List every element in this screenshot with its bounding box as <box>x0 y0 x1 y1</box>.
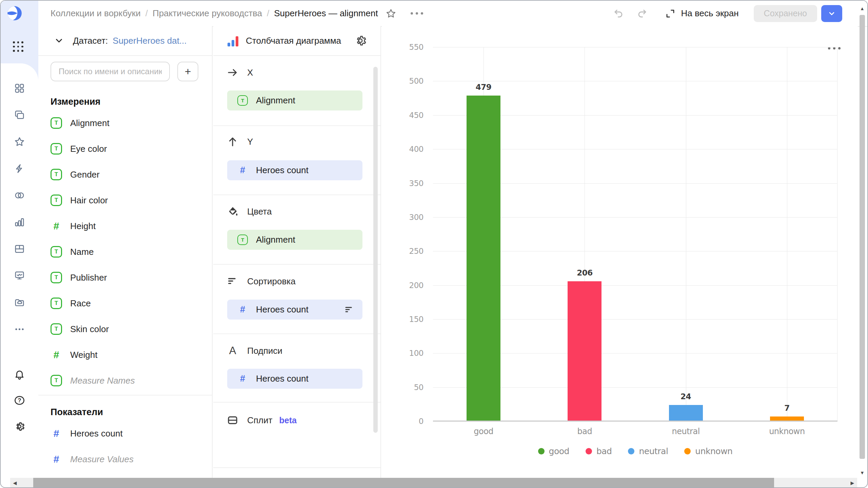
add-field-button[interactable]: + <box>177 62 198 81</box>
vertical-scrollbar-thumb[interactable] <box>860 15 865 459</box>
chart-settings-gear-icon[interactable] <box>354 34 367 47</box>
chip-sort-field[interactable]: #Heroes count <box>227 300 362 320</box>
chevron-down-icon[interactable] <box>54 36 64 46</box>
legend-marker-icon <box>684 448 691 454</box>
dataset-field-row[interactable]: TName <box>38 239 210 265</box>
fullscreen-label[interactable]: На весь экран <box>681 8 738 19</box>
chip-y-field[interactable]: #Heroes count <box>227 160 362 180</box>
apps-grid-icon[interactable] <box>13 41 23 52</box>
bar-chart-type-icon[interactable] <box>228 35 238 46</box>
more-icon[interactable] <box>14 324 25 335</box>
dataset-field-row[interactable]: #Measure Values <box>38 446 210 472</box>
legend-item-bad[interactable]: bad <box>586 446 612 456</box>
bar-good[interactable] <box>467 96 500 422</box>
svg-text:?: ? <box>18 397 21 403</box>
dataset-field-row[interactable]: TPublisher <box>38 265 210 290</box>
save-dropdown-button[interactable] <box>821 5 842 22</box>
chart-type-label[interactable]: Столбчатая диаграмма <box>246 36 341 46</box>
y-axis-tick-label: 550 <box>409 43 423 52</box>
rail-nav <box>1 83 38 335</box>
chip-field-name: Heroes count <box>256 304 309 315</box>
gridline <box>433 47 837 47</box>
dataset-header: Датасет: SuperHeroes dat... <box>38 26 212 56</box>
section-colors: Цвета <box>227 206 272 217</box>
app-window: Коллекции и воркбуки/Практические руково… <box>0 0 868 488</box>
breadcrumb-segment[interactable]: Практические руководства <box>153 8 262 19</box>
section-y-label: Y <box>247 137 253 147</box>
chip-sort-icon[interactable] <box>344 305 354 315</box>
paint-bucket-icon <box>227 206 238 217</box>
undo-icon[interactable] <box>613 8 624 19</box>
dataset-field-row[interactable]: #Heroes count <box>38 421 210 446</box>
scroll-down-arrow-icon[interactable]: ▼ <box>859 469 866 476</box>
dataset-name-link[interactable]: SuperHeroes dat... <box>113 36 186 46</box>
notifications-bell-icon[interactable] <box>14 369 25 380</box>
dataset-field-row[interactable]: TRace <box>38 290 210 316</box>
config-scrollbar-thumb[interactable] <box>373 67 378 433</box>
legend-item-good[interactable]: good <box>538 446 569 456</box>
text-field-icon: T <box>51 375 62 386</box>
monitoring-icon[interactable] <box>14 270 25 281</box>
bar-chart-plot: 550500450400350300250200150100500479good… <box>433 47 837 421</box>
section-split-label: Сплит <box>247 415 272 426</box>
saved-button[interactable]: Сохранено <box>754 5 817 22</box>
text-field-icon: T <box>51 117 62 129</box>
dashboards-icon[interactable] <box>14 83 25 94</box>
more-dots-icon[interactable] <box>411 12 423 15</box>
dataset-field-row[interactable]: #Weight <box>38 342 210 368</box>
favorite-star-icon[interactable] <box>386 8 396 19</box>
chip-labels-field[interactable]: #Heroes count <box>227 369 362 389</box>
scroll-left-arrow-icon[interactable]: ◀ <box>10 478 20 488</box>
y-axis-tick-label: 100 <box>409 349 423 358</box>
field-label: Heroes count <box>70 428 123 439</box>
redo-icon[interactable] <box>637 8 648 19</box>
field-label: Name <box>70 247 94 257</box>
dataset-field-row[interactable]: TSkin color <box>38 316 210 342</box>
dataset-field-row[interactable]: TGender <box>38 162 210 187</box>
rail-footer: ? <box>1 369 38 432</box>
help-icon[interactable]: ? <box>14 395 25 406</box>
y-axis-tick-label: 350 <box>409 179 423 188</box>
dataset-search-row: + <box>51 62 198 81</box>
dataset-field-row[interactable]: TEye color <box>38 136 210 162</box>
arrow-right-icon <box>227 67 238 78</box>
charts-icon[interactable] <box>14 217 25 228</box>
breadcrumb-segment[interactable]: Коллекции и воркбуки <box>51 8 141 19</box>
breadcrumb-segment: SuperHeroes — alignment <box>274 8 378 19</box>
section-sort-label: Сортировка <box>247 276 296 287</box>
datalens-logo[interactable] <box>7 5 22 21</box>
y-axis-tick-label: 500 <box>409 77 423 85</box>
legend-item-neutral[interactable]: neutral <box>628 446 668 456</box>
bar-bad[interactable] <box>568 281 601 422</box>
bar-neutral[interactable] <box>669 405 703 421</box>
storage-icon[interactable] <box>14 297 25 308</box>
dataset-field-row[interactable]: TAlignment <box>38 110 210 136</box>
dimensions-title: Измерения <box>51 97 100 107</box>
fullscreen-icon[interactable] <box>665 8 675 19</box>
topbar-actions: На весь экран Сохранено <box>613 5 842 22</box>
collections-icon[interactable] <box>14 109 25 121</box>
section-labels-label: Подписи <box>247 346 282 356</box>
search-input[interactable] <box>51 62 170 81</box>
chip-x-field[interactable]: TAlignment <box>227 90 362 110</box>
dataset-field-row[interactable]: THair color <box>38 187 210 213</box>
datasets-icon[interactable] <box>14 243 25 255</box>
horizontal-scrollbar: ◀ ▶ <box>10 478 857 488</box>
scroll-up-arrow-icon[interactable]: ▲ <box>859 5 866 12</box>
section-split: Сплит beta <box>227 414 297 426</box>
chip-colors-field[interactable]: TAlignment <box>227 230 362 250</box>
functions-icon[interactable] <box>14 163 25 174</box>
connections-icon[interactable] <box>14 190 25 201</box>
breadcrumb-separator: / <box>267 8 269 19</box>
legend-item-unknown[interactable]: unknown <box>684 446 732 456</box>
dataset-field-row[interactable]: TMeasure Names <box>38 368 210 393</box>
favorites-icon[interactable] <box>14 136 25 147</box>
y-axis-tick-label: 250 <box>409 247 423 256</box>
scroll-right-arrow-icon[interactable]: ▶ <box>848 478 857 488</box>
field-label: Gender <box>70 169 100 180</box>
number-field-icon: # <box>51 453 62 465</box>
settings-gear-icon[interactable] <box>14 421 25 432</box>
dataset-field-row[interactable]: #Height <box>38 213 210 239</box>
horizontal-scrollbar-thumb[interactable] <box>33 478 774 488</box>
y-axis-tick-label: 400 <box>409 145 423 154</box>
